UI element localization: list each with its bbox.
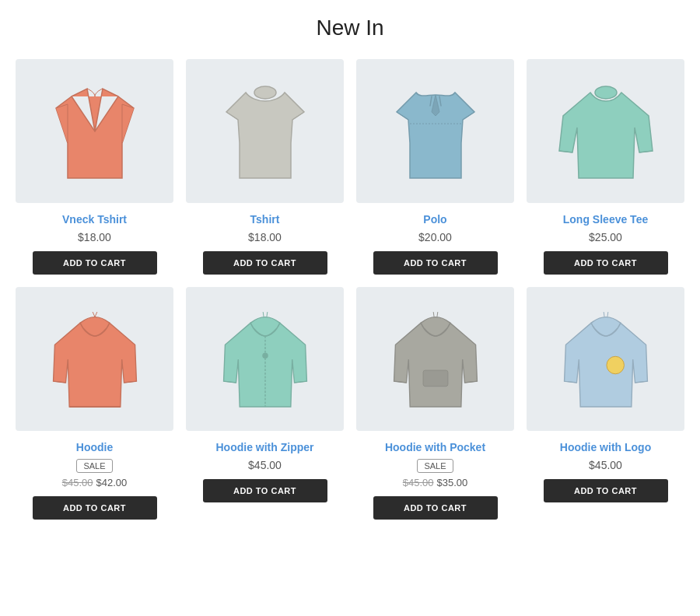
product-grid: Vneck Tshirt$18.00ADD TO CART Tshirt$18.… bbox=[16, 59, 684, 520]
product-card-long-sleeve-tee: Long Sleeve Tee$25.00ADD TO CART bbox=[527, 59, 684, 275]
add-to-cart-button-vneck-tshirt[interactable]: ADD TO CART bbox=[33, 251, 157, 275]
original-price-hoodie-with-pocket: $45.00 bbox=[403, 477, 434, 488]
product-price-tshirt: $18.00 bbox=[248, 231, 282, 243]
product-price-hoodie-with-logo: $45.00 bbox=[589, 459, 622, 471]
svg-point-3 bbox=[262, 352, 268, 359]
product-image-vneck-tshirt bbox=[16, 59, 173, 203]
product-image-hoodie bbox=[16, 287, 173, 431]
svg-rect-4 bbox=[423, 370, 448, 387]
product-name-hoodie: Hoodie bbox=[76, 440, 113, 454]
product-name-hoodie-with-logo: Hoodie with Logo bbox=[560, 440, 651, 454]
product-link-hoodie-with-pocket[interactable]: Hoodie with Pocket bbox=[385, 441, 485, 453]
add-to-cart-button-hoodie-with-logo[interactable]: ADD TO CART bbox=[544, 479, 668, 502]
product-link-hoodie[interactable]: Hoodie bbox=[76, 441, 113, 453]
svg-point-1 bbox=[595, 86, 617, 99]
product-link-long-sleeve-tee[interactable]: Long Sleeve Tee bbox=[563, 213, 648, 226]
add-to-cart-button-tshirt[interactable]: ADD TO CART bbox=[203, 251, 327, 275]
product-price-polo: $20.00 bbox=[418, 231, 452, 243]
product-name-polo: Polo bbox=[423, 212, 446, 226]
product-image-tshirt bbox=[186, 59, 344, 203]
product-card-hoodie-with-logo: 😜 Hoodie with Logo$45.00ADD TO CART bbox=[527, 287, 684, 520]
product-link-tshirt[interactable]: Tshirt bbox=[250, 213, 280, 226]
product-name-vneck-tshirt: Vneck Tshirt bbox=[62, 212, 127, 226]
page-title: New In bbox=[16, 16, 684, 40]
product-image-polo bbox=[356, 59, 514, 203]
add-to-cart-button-hoodie-with-pocket[interactable]: ADD TO CART bbox=[373, 496, 498, 520]
product-card-hoodie-with-pocket: Hoodie with PocketSALE$45.00$35.00ADD TO… bbox=[356, 287, 514, 520]
product-name-long-sleeve-tee: Long Sleeve Tee bbox=[563, 212, 648, 226]
product-link-hoodie-with-zipper[interactable]: Hoodie with Zipper bbox=[216, 441, 314, 453]
product-price-hoodie: SALE$45.00$42.00 bbox=[62, 459, 128, 488]
product-price-hoodie-with-pocket: SALE$45.00$35.00 bbox=[403, 459, 468, 488]
product-card-vneck-tshirt: Vneck Tshirt$18.00ADD TO CART bbox=[16, 59, 173, 275]
add-to-cart-button-hoodie[interactable]: ADD TO CART bbox=[33, 496, 157, 520]
add-to-cart-button-polo[interactable]: ADD TO CART bbox=[373, 251, 498, 275]
svg-point-5 bbox=[606, 356, 624, 374]
product-image-hoodie-with-logo: 😜 bbox=[527, 287, 684, 431]
product-name-hoodie-with-zipper: Hoodie with Zipper bbox=[216, 440, 314, 454]
product-card-hoodie: HoodieSALE$45.00$42.00ADD TO CART bbox=[16, 287, 173, 520]
product-card-hoodie-with-zipper: Hoodie with Zipper$45.00ADD TO CART bbox=[186, 287, 344, 520]
product-link-hoodie-with-logo[interactable]: Hoodie with Logo bbox=[560, 441, 651, 453]
svg-point-0 bbox=[254, 86, 276, 99]
product-link-polo[interactable]: Polo bbox=[423, 213, 446, 226]
sale-price-hoodie: $42.00 bbox=[96, 477, 128, 488]
original-price-hoodie: $45.00 bbox=[62, 477, 93, 488]
product-price-hoodie-with-zipper: $45.00 bbox=[248, 459, 282, 471]
product-card-tshirt: Tshirt$18.00ADD TO CART bbox=[186, 59, 344, 275]
sale-badge-hoodie-with-pocket: SALE bbox=[417, 459, 453, 473]
product-link-vneck-tshirt[interactable]: Vneck Tshirt bbox=[62, 213, 127, 226]
product-image-hoodie-with-pocket bbox=[356, 287, 514, 431]
sale-price-hoodie-with-pocket: $35.00 bbox=[437, 477, 468, 488]
add-to-cart-button-hoodie-with-zipper[interactable]: ADD TO CART bbox=[203, 479, 327, 502]
product-image-hoodie-with-zipper bbox=[186, 287, 344, 431]
product-image-long-sleeve-tee bbox=[527, 59, 684, 203]
product-name-hoodie-with-pocket: Hoodie with Pocket bbox=[385, 440, 485, 454]
product-card-polo: Polo$20.00ADD TO CART bbox=[356, 59, 514, 275]
product-price-long-sleeve-tee: $25.00 bbox=[589, 231, 622, 243]
sale-badge-hoodie: SALE bbox=[76, 459, 112, 473]
add-to-cart-button-long-sleeve-tee[interactable]: ADD TO CART bbox=[544, 251, 668, 275]
product-price-vneck-tshirt: $18.00 bbox=[78, 231, 111, 243]
product-name-tshirt: Tshirt bbox=[250, 212, 280, 226]
